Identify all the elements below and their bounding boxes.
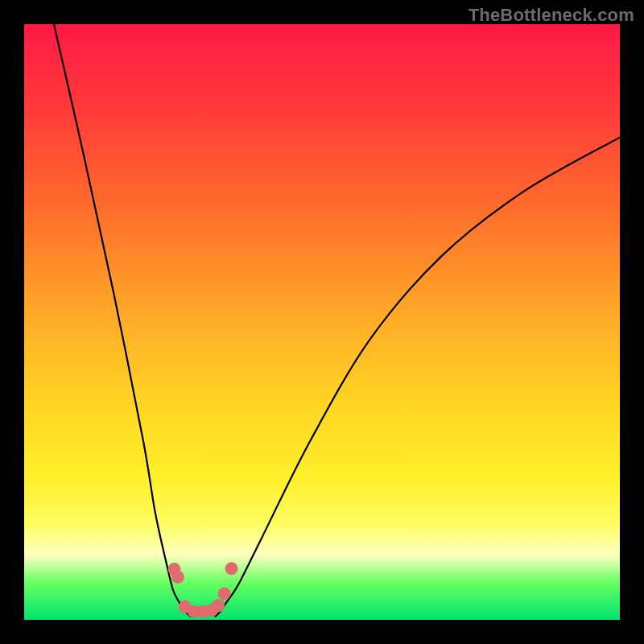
trough-dots [167, 562, 237, 617]
chart-root: TheBottleneck.com [0, 0, 644, 644]
curve-right-arm [215, 138, 620, 617]
trough-dot [212, 599, 225, 612]
curve-left-arm [54, 24, 191, 617]
watermark-text: TheBottleneck.com [469, 5, 634, 26]
plot-area [24, 24, 620, 620]
curve-layer [24, 24, 620, 620]
trough-dot [225, 562, 238, 575]
trough-dot [171, 571, 184, 584]
trough-dot [218, 587, 231, 600]
